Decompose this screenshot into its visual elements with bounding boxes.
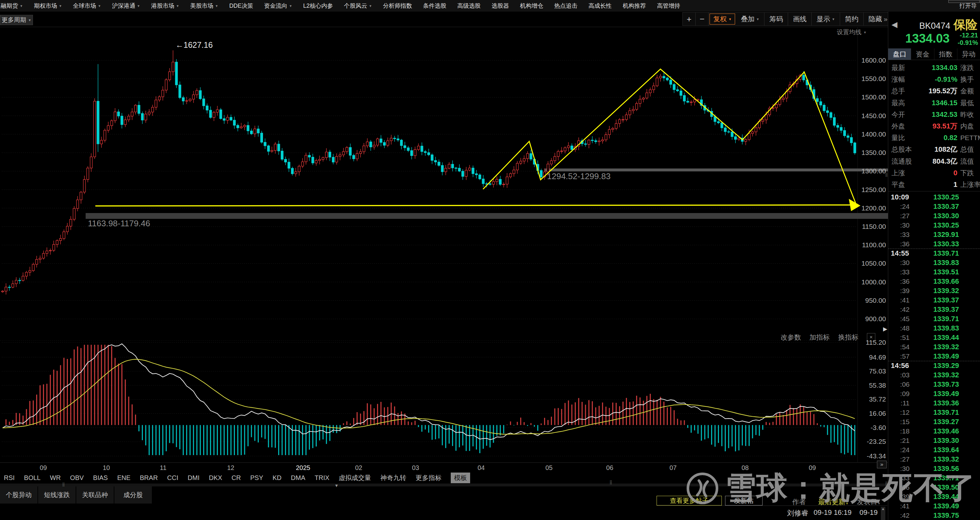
candlestick-chart[interactable]	[0, 27, 888, 489]
画线-button[interactable]: 画线	[788, 13, 812, 25]
period-selector[interactable]: 更多周期 ▼	[0, 15, 33, 25]
post-author[interactable]: 刘修睿	[787, 508, 808, 518]
grip-handle-icon[interactable]: ⣿	[62, 483, 65, 486]
bottom-tab-个股异动[interactable]: 个股异动	[0, 487, 38, 504]
quote-panel: ◀ BK0474 保险 1334.03 -12.21 -0.91% 盘口资金指数…	[888, 12, 980, 520]
indicator-tab-WR[interactable]: WR	[50, 474, 61, 482]
toolbar-button-label: 叠加	[741, 14, 754, 24]
menu-item-美股市场[interactable]: 美股市场▼	[190, 2, 218, 10]
indicator-more-button[interactable]: »	[877, 461, 887, 468]
menu-item-条件选股[interactable]: 条件选股	[423, 2, 446, 10]
quote-tab-指数[interactable]: 指数	[934, 48, 958, 60]
tape-price: 1339.66	[910, 277, 980, 286]
menu-item-全球市场[interactable]: 全球市场▼	[73, 2, 101, 10]
bottom-tab-短线涨跌[interactable]: 短线涨跌	[38, 487, 76, 504]
quote-tab-资金[interactable]: 资金	[911, 48, 934, 60]
复权-button[interactable]: 复权▼	[710, 14, 735, 25]
menu-item-机构增仓[interactable]: 机构增仓	[520, 2, 543, 10]
menu-item-L2核心内参[interactable]: L2核心内参	[303, 2, 333, 10]
panel-back-arrow-icon[interactable]: ◀	[891, 20, 897, 29]
indicator-tab-DMI[interactable]: DMI	[188, 474, 200, 482]
menu-item-资金流向[interactable]: 资金流向▼	[264, 2, 292, 10]
collapse-caret-icon[interactable]: ▼	[334, 483, 339, 488]
indicator-tab-CCI[interactable]: CCI	[167, 474, 178, 482]
bottom-tab-关联品种[interactable]: 关联品种	[76, 487, 115, 504]
indicator-tool-加指标[interactable]: 加指标	[810, 333, 830, 342]
indicator-axis-label: 115.20	[859, 339, 886, 346]
indicator-tab-DMA[interactable]: DMA	[291, 474, 305, 482]
menu-item-机构推荐[interactable]: 机构推荐	[623, 2, 646, 10]
menu-item-高管增持[interactable]: 高管增持	[657, 2, 680, 10]
menu-item-融期货[interactable]: 融期货▼	[1, 2, 23, 10]
indicator-tab-更多指标[interactable]: 更多指标	[415, 474, 441, 482]
indicator-tab-TRIX[interactable]: TRIX	[315, 474, 329, 482]
indicator-tool-换指标[interactable]: 换指标	[838, 333, 859, 342]
简约-button[interactable]: 简约	[840, 13, 864, 25]
menu-item-DDE决策[interactable]: DDE决策	[229, 2, 253, 10]
menu-item-沪深港通[interactable]: 沪深港通▼	[112, 2, 140, 10]
col-post-date[interactable]: 发表日↓	[857, 498, 881, 506]
x-axis-label-06: 06	[606, 464, 613, 472]
price-axis-label: 950.00	[859, 297, 886, 304]
tape-time: :36	[888, 240, 910, 248]
indicator-tab-BOLL[interactable]: BOLL	[24, 474, 40, 482]
indicator-tab-PSY[interactable]: PSY	[250, 474, 263, 482]
indicator-tab-CR[interactable]: CR	[232, 474, 241, 482]
筹码-button[interactable]: 筹码	[765, 13, 788, 25]
menu-item-热点追击[interactable]: 热点追击	[554, 2, 578, 10]
menu-item-高成长性[interactable]: 高成长性	[589, 2, 612, 10]
menu-item-选股器[interactable]: 选股器	[492, 2, 509, 10]
menu-item-港股市场[interactable]: 港股市场▼	[151, 2, 179, 10]
view-more-posts-button[interactable]: 查看更多帖子	[657, 496, 722, 506]
forum-scrollbar[interactable]: ▲	[881, 507, 885, 520]
menu-item-个股风云[interactable]: 个股风云▼	[344, 2, 372, 10]
new-post-button[interactable]: 发新帖	[725, 496, 762, 506]
tape-time: 14:56	[888, 361, 910, 370]
tape-time: :33	[888, 231, 910, 239]
time-sales-list: 10:091330.25:241330.37:271330.30:301330.…	[888, 192, 980, 520]
ma-setting-button[interactable]: 设置均线 ▼	[837, 28, 867, 36]
divider-strip[interactable]	[0, 484, 888, 487]
menu-item-label: 热点追击	[554, 2, 578, 10]
menu-item-高级选股[interactable]: 高级选股	[457, 2, 480, 10]
tape-price: 1330.25	[910, 193, 980, 201]
tape-price: 1339.49	[910, 352, 980, 361]
indicator-tab-RSI[interactable]: RSI	[4, 474, 14, 482]
panel-collapse-arrow-icon[interactable]: ▶	[883, 326, 887, 333]
tape-time: :54	[888, 343, 910, 351]
quote-value: 1346.15	[913, 99, 958, 107]
change-percent: -0.91%	[958, 39, 978, 46]
叠加-button[interactable]: 叠加▼	[736, 13, 765, 25]
grip-handle-icon[interactable]: ⣿	[885, 173, 888, 176]
tape-row: :571339.49	[888, 352, 980, 361]
indicator-tool-改参数[interactable]: 改参数	[781, 333, 801, 342]
indicator-tab-KD[interactable]: KD	[273, 474, 282, 482]
col-last-updated[interactable]: 最后更新↓	[818, 498, 849, 506]
grip-handle-icon[interactable]: ⣿	[609, 481, 612, 484]
quote-tab-盘口[interactable]: 盘口	[888, 48, 911, 60]
open-nav-label[interactable]: 打开导	[959, 2, 977, 10]
indicator-tab-虚拟成交量[interactable]: 虚拟成交量	[339, 474, 371, 482]
chart-area[interactable]: ←1627.16 1294.52-1299.83 1163.98-1179.46…	[0, 27, 888, 462]
menu-item-分析师指数[interactable]: 分析师指数	[383, 2, 412, 10]
quote-tab-异动[interactable]: 异动	[958, 48, 980, 60]
indicator-tab-神奇九转[interactable]: 神奇九转	[380, 474, 406, 482]
tape-time: :06	[888, 380, 910, 388]
indicator-tab-DKX[interactable]: DKX	[209, 474, 222, 482]
bottom-tab-成分股[interactable]: 成分股	[115, 487, 153, 504]
+-button[interactable]: +	[683, 13, 696, 25]
scroll-up-icon[interactable]: ▲	[881, 507, 885, 510]
menu-item-期权市场[interactable]: 期权市场▼	[34, 2, 62, 10]
显示-button[interactable]: 显示▼	[812, 13, 840, 25]
indicator-tab-BIAS[interactable]: BIAS	[93, 474, 108, 482]
indicator-tab-active[interactable]: 模板	[451, 472, 470, 483]
indicator-tab-BRAR[interactable]: BRAR	[140, 474, 158, 482]
−-button[interactable]: −	[696, 13, 709, 25]
col-author[interactable]: 作者	[792, 498, 806, 506]
price-axis-label: 1600.00	[859, 57, 886, 64]
chevron-down-icon: ▼	[756, 17, 759, 21]
grip-handle-icon[interactable]: ⣿	[885, 482, 888, 485]
indicator-tab-ENE[interactable]: ENE	[117, 474, 130, 482]
ma-setting-label: 设置均线	[837, 28, 861, 36]
indicator-tab-OBV[interactable]: OBV	[70, 474, 84, 482]
